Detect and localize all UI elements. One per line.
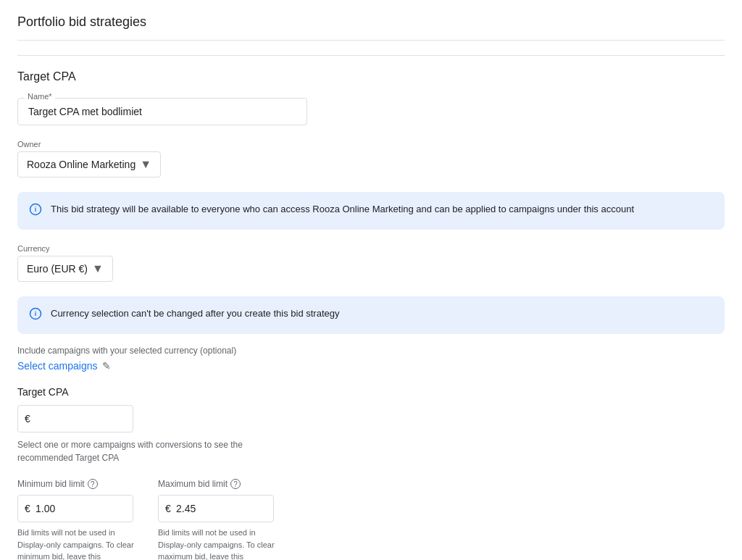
target-cpa-input[interactable] [17, 405, 133, 432]
divider [17, 55, 725, 56]
name-input[interactable] [17, 98, 307, 125]
max-bid-label: Maximum bid limit [158, 479, 228, 489]
owner-dropdown[interactable]: Rooza Online Marketing ▼ [17, 151, 161, 177]
max-bid-input[interactable] [158, 495, 274, 522]
include-campaigns-group: Include campaigns with your selected cur… [17, 346, 725, 372]
min-bid-input-wrapper: € [17, 495, 133, 522]
info-icon-2: i [29, 307, 42, 324]
info-box-owner: i This bid strategy will be available to… [17, 192, 725, 230]
max-bid-input-wrapper: € [158, 495, 274, 522]
info-text-2: Currency selection can't be changed afte… [51, 306, 339, 321]
svg-text:i: i [35, 310, 37, 317]
owner-section: Owner Rooza Online Marketing ▼ [17, 140, 725, 177]
section-title: Target CPA [17, 70, 725, 83]
name-field-group: Name* [17, 98, 307, 125]
svg-text:i: i [35, 206, 37, 213]
info-text-1: This bid strategy will be available to e… [51, 202, 634, 217]
currency-group: Currency Euro (EUR €) ▼ [17, 244, 725, 282]
min-bid-currency-symbol: € [25, 503, 30, 514]
page-title: Portfolio bid strategies [17, 14, 725, 41]
max-bid-currency-symbol: € [165, 503, 171, 514]
min-bid-label: Minimum bid limit [17, 479, 85, 489]
owner-label: Owner [17, 140, 725, 149]
name-field-label: Name* [25, 92, 55, 101]
owner-value: Rooza Online Marketing [27, 159, 136, 170]
edit-icon: ✎ [102, 360, 111, 372]
currency-dropdown[interactable]: Euro (EUR €) ▼ [17, 256, 113, 282]
max-bid-label-row: Maximum bid limit ? [158, 479, 281, 489]
max-bid-help-icon[interactable]: ? [230, 479, 241, 489]
select-campaigns-text: Select campaigns [17, 360, 98, 372]
min-bid-help-icon[interactable]: ? [88, 479, 98, 489]
min-bid-note: Bid limits will not be used in Display-o… [17, 527, 141, 560]
recommended-text: Select one or more campaigns with conver… [17, 438, 278, 464]
min-bid-group: Minimum bid limit ? € Bid limits will no… [17, 479, 141, 560]
min-bid-label-row: Minimum bid limit ? [17, 479, 141, 489]
target-cpa-label: Target CPA [17, 386, 725, 398]
max-bid-note: Bid limits will not be used in Display-o… [158, 527, 281, 560]
target-cpa-group: Target CPA € Select one or more campaign… [17, 386, 725, 464]
currency-dropdown-arrow: ▼ [92, 262, 104, 275]
info-box-currency: i Currency selection can't be changed af… [17, 296, 725, 334]
owner-dropdown-arrow: ▼ [140, 158, 151, 171]
currency-label: Currency [17, 244, 725, 253]
bid-limits-row: Minimum bid limit ? € Bid limits will no… [17, 479, 725, 560]
min-bid-input[interactable] [17, 495, 133, 522]
target-cpa-currency-symbol: € [25, 413, 30, 425]
target-cpa-input-wrapper: € [17, 405, 133, 432]
max-bid-group: Maximum bid limit ? € Bid limits will no… [158, 479, 281, 560]
include-campaigns-label: Include campaigns with your selected cur… [17, 346, 725, 356]
currency-value: Euro (EUR €) [27, 263, 88, 275]
info-icon-1: i [29, 203, 42, 220]
select-campaigns-link[interactable]: Select campaigns ✎ [17, 360, 111, 372]
